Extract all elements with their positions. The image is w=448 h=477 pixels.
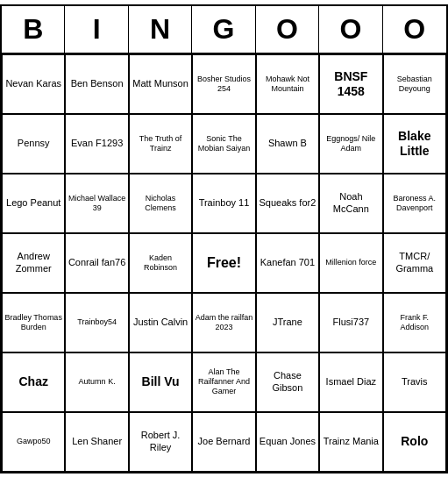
bingo-cell: Robert J. Riley xyxy=(129,412,192,472)
bingo-cell: TMCR/ Gramma xyxy=(383,233,446,293)
bingo-cell: Gawpo50 xyxy=(2,412,65,472)
bingo-cell: Alan The Railfanner And Gamer xyxy=(192,352,255,412)
bingo-cell: Trainboy54 xyxy=(65,293,128,352)
bingo-header: BINGOOO xyxy=(2,6,446,54)
bingo-cell: Kaden Robinson xyxy=(129,233,192,293)
bingo-cell: Bosher Studios 254 xyxy=(192,54,255,114)
bingo-cell: Flusi737 xyxy=(319,293,382,352)
bingo-cell: Squeaks for2 xyxy=(256,174,319,233)
bingo-cell: Equan Jones xyxy=(256,412,319,472)
bingo-cell: Bradley Thomas Burden xyxy=(2,293,65,352)
bingo-grid: Nevan KarasBen BensonMatt MunsonBosher S… xyxy=(2,54,446,472)
bingo-cell: Rolo xyxy=(383,412,446,472)
bingo-cell: Ismael Diaz xyxy=(319,352,382,412)
header-letter-O: O xyxy=(256,6,319,53)
bingo-cell: Shawn B xyxy=(256,114,319,174)
header-letter-I: I xyxy=(65,6,128,53)
header-letter-G: G xyxy=(192,6,255,53)
bingo-cell: Mohawk Not Mountain xyxy=(256,54,319,114)
bingo-cell: Len Shaner xyxy=(65,412,128,472)
header-letter-N: N xyxy=(129,6,192,53)
bingo-cell: Michael Wallace 39 xyxy=(65,174,128,233)
bingo-cell: Evan F1293 xyxy=(65,114,128,174)
bingo-cell: JTrane xyxy=(256,293,319,352)
bingo-cell: Ben Benson xyxy=(65,54,128,114)
bingo-cell: Blake Little xyxy=(383,114,446,174)
bingo-cell: Millenion force xyxy=(319,233,382,293)
bingo-cell: Nicholas Clemens xyxy=(129,174,192,233)
bingo-cell: Bill Vu xyxy=(129,352,192,412)
bingo-cell: Conrail fan76 xyxy=(65,233,128,293)
bingo-cell: Nevan Karas xyxy=(2,54,65,114)
bingo-cell: Trainz Mania xyxy=(319,412,382,472)
bingo-cell: Noah McCann xyxy=(319,174,382,233)
bingo-cell: Justin Calvin xyxy=(129,293,192,352)
bingo-cell: Lego Peanut xyxy=(2,174,65,233)
header-letter-O: O xyxy=(383,6,446,53)
bingo-cell: Frank F. Addison xyxy=(383,293,446,352)
bingo-card: BINGOOO Nevan KarasBen BensonMatt Munson… xyxy=(0,4,448,473)
bingo-cell: Trainboy 11 xyxy=(192,174,255,233)
bingo-cell: Autumn K. xyxy=(65,352,128,412)
bingo-cell: Sebastian Deyoung xyxy=(383,54,446,114)
header-letter-B: B xyxy=(2,6,65,53)
bingo-cell: Joe Bernard xyxy=(192,412,255,472)
bingo-cell: Matt Munson xyxy=(129,54,192,114)
bingo-cell: Adam the railfan 2023 xyxy=(192,293,255,352)
bingo-cell: Kanefan 701 xyxy=(256,233,319,293)
bingo-cell: The Truth of Trainz xyxy=(129,114,192,174)
bingo-cell: BNSF 1458 xyxy=(319,54,382,114)
bingo-cell: Baroness A. Davenport xyxy=(383,174,446,233)
header-letter-O: O xyxy=(319,6,382,53)
bingo-cell: Pennsy xyxy=(2,114,65,174)
bingo-cell: Free! xyxy=(192,233,255,293)
bingo-cell: Eggnogs/ Nile Adam xyxy=(319,114,382,174)
bingo-cell: Andrew Zommer xyxy=(2,233,65,293)
bingo-cell: Chaz xyxy=(2,352,65,412)
bingo-cell: Travis xyxy=(383,352,446,412)
bingo-cell: Sonic The Mobian Saiyan xyxy=(192,114,255,174)
bingo-cell: Chase Gibson xyxy=(256,352,319,412)
